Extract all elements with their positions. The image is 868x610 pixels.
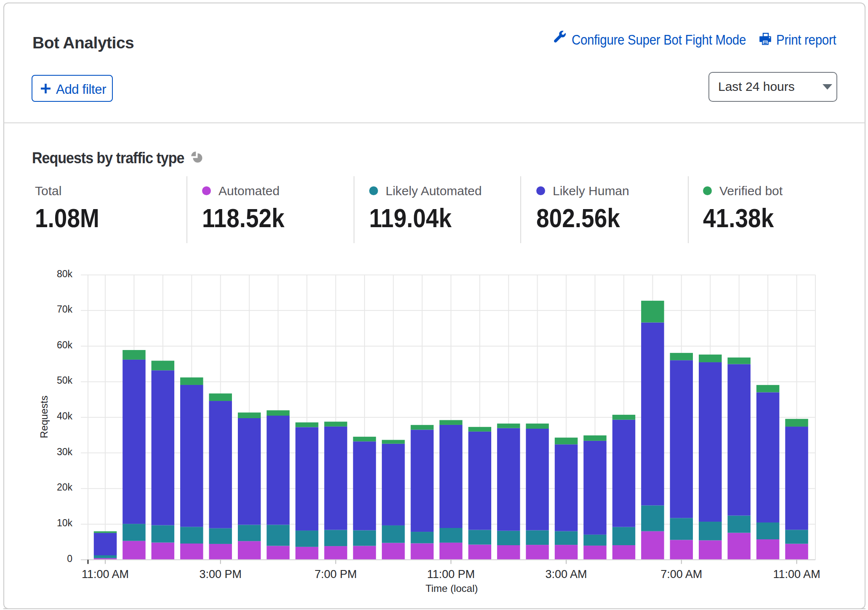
svg-text:60k: 60k bbox=[57, 339, 73, 350]
svg-text:Time (local): Time (local) bbox=[426, 583, 478, 594]
svg-text:3:00 AM: 3:00 AM bbox=[545, 568, 587, 581]
svg-text:7:00 AM: 7:00 AM bbox=[660, 568, 702, 581]
svg-text:30k: 30k bbox=[57, 446, 73, 457]
svg-text:40k: 40k bbox=[57, 411, 73, 422]
svg-text:70k: 70k bbox=[57, 304, 73, 315]
svg-text:20k: 20k bbox=[57, 482, 73, 493]
svg-text:11:00 PM: 11:00 PM bbox=[427, 568, 475, 581]
svg-text:10k: 10k bbox=[57, 517, 73, 528]
svg-text:Requests: Requests bbox=[38, 395, 50, 438]
svg-text:80k: 80k bbox=[57, 268, 73, 279]
svg-text:7:00 PM: 7:00 PM bbox=[314, 568, 357, 581]
svg-text:11:00 AM: 11:00 AM bbox=[82, 568, 129, 581]
svg-text:11:00 AM: 11:00 AM bbox=[773, 568, 820, 581]
svg-text:50k: 50k bbox=[57, 375, 73, 386]
svg-text:3:00 PM: 3:00 PM bbox=[200, 568, 242, 581]
svg-text:0: 0 bbox=[67, 553, 72, 564]
